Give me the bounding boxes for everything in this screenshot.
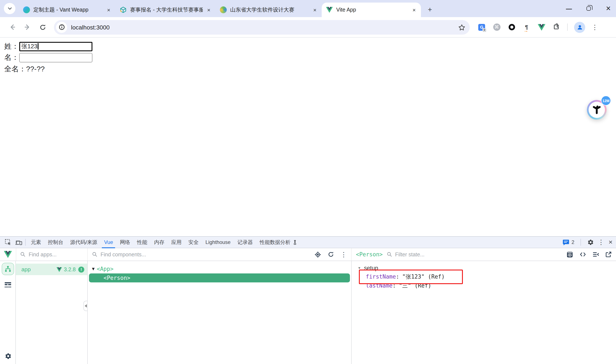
site-info-button[interactable] bbox=[56, 22, 67, 33]
vue-devtools-rail bbox=[0, 261, 16, 364]
devtools-menu-button[interactable]: ⋮ bbox=[598, 238, 604, 246]
text-caret bbox=[38, 43, 39, 50]
browser-toolbar: localhost:3000 G文 ⌘ ¶→ bbox=[0, 17, 616, 38]
devtools: 元素 控制台 源代码/来源 Vue 网络 性能 内存 应用 安全 Lightho… bbox=[0, 236, 616, 364]
vue-toolbar-menu-button[interactable]: ⋮ bbox=[341, 251, 347, 258]
url-text[interactable]: localhost:3000 bbox=[71, 24, 458, 31]
components-tab-button[interactable] bbox=[1, 263, 14, 275]
app-list-panel: app 3.2.8 ! bbox=[16, 261, 88, 364]
tab-vite-app-active[interactable]: Vite App × bbox=[322, 2, 421, 17]
vue-favicon bbox=[326, 6, 333, 13]
tab-title: 赛事报名 - 大学生科技节赛事服 bbox=[130, 6, 203, 13]
open-in-new-window-button[interactable] bbox=[605, 251, 612, 258]
beaker-icon bbox=[292, 239, 298, 245]
devtools-tab-security[interactable]: 安全 bbox=[185, 237, 202, 248]
gear-icon bbox=[587, 239, 594, 246]
collapse-left-icon bbox=[84, 304, 87, 308]
command-extension-button[interactable]: ⌘ bbox=[492, 23, 501, 31]
search-icon bbox=[386, 252, 392, 257]
close-window-button[interactable]: × bbox=[605, 5, 612, 12]
tab-vant-weapp[interactable]: 定制主题 - Vant Weapp × bbox=[19, 2, 115, 17]
devtools-tab-application[interactable]: 应用 bbox=[168, 237, 185, 248]
back-button[interactable] bbox=[6, 21, 18, 33]
forward-button[interactable] bbox=[21, 21, 33, 33]
vue-devtools-extension-button[interactable] bbox=[537, 23, 546, 31]
translate-icon: G文 bbox=[478, 24, 485, 31]
tab-title: 定制主题 - Vant Weapp bbox=[33, 6, 103, 13]
extensions-button[interactable] bbox=[552, 23, 561, 31]
open-in-editor-button[interactable] bbox=[580, 251, 586, 258]
state-panel-header: <Person> Filter state... bbox=[352, 248, 616, 260]
refresh-icon bbox=[328, 251, 334, 258]
filter-state-placeholder[interactable]: Filter state... bbox=[395, 251, 424, 257]
search-icon bbox=[20, 252, 26, 257]
pilcrow-extension-button[interactable]: ¶→ bbox=[522, 23, 531, 31]
devtools-separator bbox=[25, 239, 26, 246]
timeline-tab-button[interactable] bbox=[4, 281, 11, 289]
inspect-element-button[interactable] bbox=[3, 237, 13, 247]
o-extension-button[interactable] bbox=[507, 23, 516, 31]
issues-counter[interactable]: 2 bbox=[562, 239, 574, 246]
devtools-tab-bar: 元素 控制台 源代码/来源 Vue 网络 性能 内存 应用 安全 Lightho… bbox=[0, 236, 616, 248]
surname-label: 姓： bbox=[4, 41, 19, 51]
float-badge: 12M bbox=[601, 96, 611, 105]
devtools-tab-sources[interactable]: 源代码/来源 bbox=[67, 237, 101, 248]
surname-input[interactable]: 张123 bbox=[19, 42, 92, 51]
refresh-button[interactable] bbox=[328, 251, 334, 258]
chevron-down-icon bbox=[7, 6, 13, 12]
restore-button[interactable] bbox=[585, 5, 592, 12]
devtools-tab-vue[interactable]: Vue bbox=[101, 237, 117, 248]
star-icon bbox=[458, 24, 465, 31]
profile-avatar[interactable] bbox=[574, 22, 585, 33]
tree-item-app[interactable]: ▼ <App> bbox=[88, 264, 351, 273]
tab-shandong-contest[interactable]: 山东省大学生软件设计大赛 × bbox=[216, 2, 322, 17]
find-components-search[interactable]: Find components... ⋮ bbox=[88, 248, 352, 260]
tab-saishi-baoming[interactable]: 赛事报名 - 大学生科技节赛事服 × bbox=[115, 2, 216, 17]
devtools-close-button[interactable]: × bbox=[609, 238, 613, 246]
devtools-tab-lighthouse[interactable]: Lighthouse bbox=[202, 237, 234, 248]
devtools-tab-performance[interactable]: 性能 bbox=[134, 237, 151, 248]
tab-search-button[interactable] bbox=[4, 3, 15, 14]
select-component-button[interactable] bbox=[315, 251, 321, 258]
given-name-input[interactable] bbox=[19, 53, 92, 62]
tab-close-icon[interactable]: × bbox=[311, 6, 318, 13]
new-tab-button[interactable]: + bbox=[424, 4, 436, 15]
person-icon bbox=[576, 24, 583, 30]
translate-extension-button[interactable]: G文 bbox=[477, 23, 486, 31]
browser-menu-button[interactable]: ⋮ bbox=[592, 23, 598, 31]
vue-devtools-panels: app 3.2.8 ! ▼ <App> <Person> bbox=[0, 261, 616, 364]
minimize-button[interactable]: — bbox=[565, 5, 572, 12]
panel-collapse-handle[interactable] bbox=[83, 301, 87, 311]
devtools-tab-console[interactable]: 控制台 bbox=[44, 237, 67, 248]
tab-close-icon[interactable]: × bbox=[205, 6, 212, 13]
devtools-tab-memory[interactable]: 内存 bbox=[151, 237, 168, 248]
search-icon bbox=[92, 252, 97, 257]
find-apps-search[interactable]: Find apps... bbox=[16, 248, 88, 260]
fullname-label: 全名： bbox=[4, 64, 26, 74]
restore-icon bbox=[587, 6, 591, 11]
inspect-dom-button[interactable] bbox=[566, 251, 573, 258]
command-icon: ⌘ bbox=[493, 24, 500, 31]
vue-settings-button[interactable] bbox=[4, 352, 11, 360]
devices-icon bbox=[15, 239, 22, 246]
device-toolbar-button[interactable] bbox=[13, 237, 24, 247]
devtools-tab-network[interactable]: 网络 bbox=[117, 237, 134, 248]
fullname-value: ??-?? bbox=[26, 65, 45, 73]
tab-close-icon[interactable]: × bbox=[411, 6, 418, 13]
devtools-tab-elements[interactable]: 元素 bbox=[27, 237, 44, 248]
tab-close-icon[interactable]: × bbox=[105, 6, 112, 13]
cube-favicon bbox=[120, 6, 127, 13]
tab-title: Vite App bbox=[336, 7, 408, 13]
app-name: app bbox=[21, 266, 56, 273]
bookmark-button[interactable] bbox=[458, 23, 465, 31]
devtools-tab-recorder[interactable]: 记录器 bbox=[234, 237, 256, 248]
address-bar[interactable]: localhost:3000 bbox=[54, 20, 470, 34]
expand-arrow-icon[interactable]: ▼ bbox=[358, 266, 361, 270]
reload-button[interactable] bbox=[37, 21, 49, 33]
collapse-all-button[interactable] bbox=[592, 251, 599, 258]
devtools-tab-performance-insights[interactable]: 性能数据分析 bbox=[256, 237, 301, 248]
tree-item-person-selected[interactable]: <Person> bbox=[89, 273, 350, 282]
expand-arrow-icon[interactable]: ▼ bbox=[92, 267, 95, 271]
devtools-settings-button[interactable] bbox=[587, 239, 594, 246]
app-list-item[interactable]: app 3.2.8 ! bbox=[16, 264, 87, 275]
